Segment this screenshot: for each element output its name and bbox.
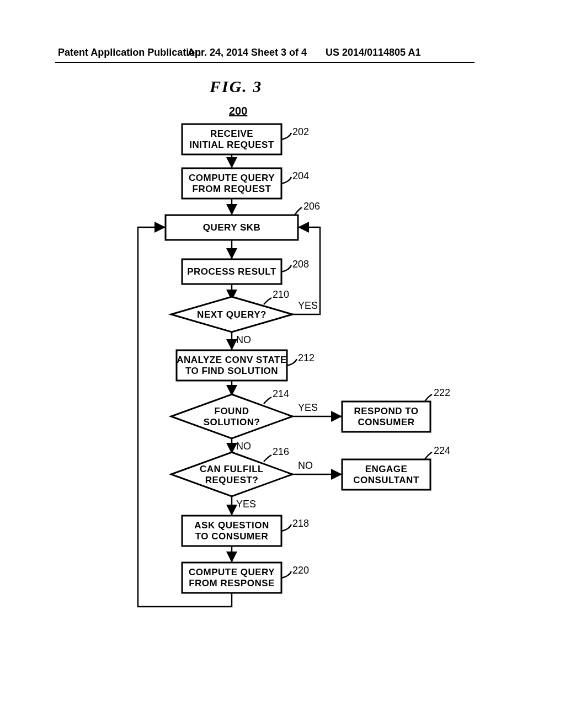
- ref-214: 214: [273, 388, 289, 399]
- ref-224: 224: [434, 445, 450, 456]
- ref-220: 220: [292, 565, 309, 576]
- ref-222: 222: [434, 387, 450, 398]
- ref-204: 204: [292, 170, 309, 181]
- label-210-yes: YES: [298, 300, 318, 311]
- figure-title: FIG. 3: [210, 77, 262, 96]
- node-204-line2: FROM REQUEST: [193, 184, 271, 194]
- ref-210: 210: [273, 289, 289, 300]
- label-216-yes: YES: [236, 499, 256, 510]
- node-218-line2: TO CONSUMER: [195, 531, 269, 542]
- node-220-line1: COMPUTE QUERY: [189, 567, 275, 577]
- node-224-line2: CONSULTANT: [353, 475, 419, 485]
- node-202-line1: RECEIVE: [210, 129, 253, 139]
- node-208-line1: PROCESS RESULT: [187, 266, 276, 277]
- node-204-line1: COMPUTE QUERY: [189, 173, 275, 183]
- node-216-line1: CAN FULFILL: [200, 464, 264, 474]
- label-214-no: NO: [236, 441, 251, 452]
- header-left: Patent Application Publication: [58, 47, 201, 58]
- node-206-line1: QUERY SKB: [203, 222, 261, 233]
- header-right: US 2014/0114805 A1: [326, 47, 420, 58]
- node-202-line2: INITIAL REQUEST: [189, 140, 274, 150]
- node-220-line2: FROM RESPONSE: [189, 578, 275, 588]
- node-222-line1: RESPOND TO: [354, 406, 418, 416]
- node-212-line1: ANALYZE CONV STATE: [177, 355, 286, 365]
- label-214-yes: YES: [298, 402, 318, 413]
- flowchart: RECEIVE INITIAL REQUEST 202 COMPUTE QUER…: [99, 121, 497, 706]
- figure-number: 200: [229, 105, 247, 117]
- label-210-no: NO: [236, 334, 251, 345]
- node-216-line2: REQUEST?: [205, 475, 259, 485]
- node-214-line1: FOUND: [215, 406, 249, 416]
- node-224-line1: ENGAGE: [365, 464, 408, 474]
- ref-202: 202: [292, 126, 309, 137]
- ref-208: 208: [292, 259, 309, 270]
- ref-216: 216: [273, 446, 289, 457]
- node-214-line2: SOLUTION?: [204, 417, 260, 427]
- ref-218: 218: [292, 518, 309, 529]
- header-mid: Apr. 24, 2014 Sheet 3 of 4: [188, 47, 307, 58]
- node-210-line1: NEXT QUERY?: [197, 309, 266, 320]
- node-212-line2: TO FIND SOLUTION: [185, 366, 278, 376]
- label-216-no: NO: [298, 460, 313, 471]
- node-218-line1: ASK QUESTION: [194, 520, 269, 531]
- ref-212: 212: [298, 352, 315, 363]
- header-rule: [55, 62, 475, 63]
- node-222-line2: CONSUMER: [358, 417, 414, 427]
- ref-206: 206: [303, 201, 320, 212]
